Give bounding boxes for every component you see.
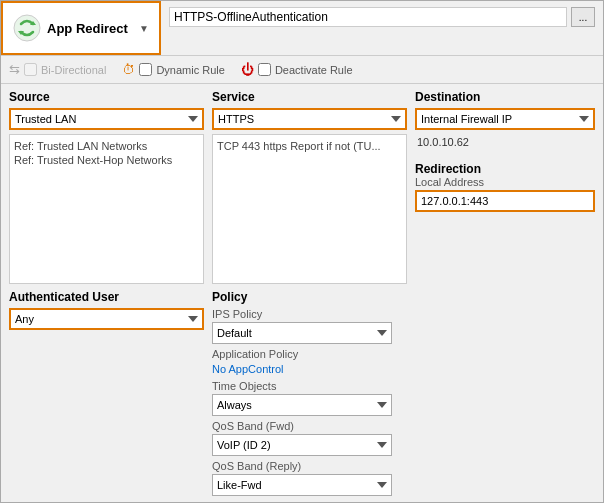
- dynamic-rule-label: Dynamic Rule: [156, 64, 224, 76]
- app-redirect-dropdown-arrow: ▼: [139, 23, 149, 34]
- ips-policy-select[interactable]: Default: [212, 322, 392, 344]
- source-list: Ref: Trusted LAN Networks Ref: Trusted N…: [9, 134, 204, 284]
- auth-user-label: Authenticated User: [9, 290, 204, 304]
- bi-directional-label: Bi-Directional: [41, 64, 106, 76]
- content-area: Source Trusted LAN Ref: Trusted LAN Netw…: [1, 84, 603, 502]
- bi-directional-checkbox[interactable]: [24, 63, 37, 76]
- top-row: Source Trusted LAN Ref: Trusted LAN Netw…: [9, 90, 595, 284]
- deactivate-rule-label: Deactivate Rule: [275, 64, 353, 76]
- top-bar: App Redirect ▼ ...: [1, 1, 603, 56]
- auth-panel: Authenticated User Any: [9, 290, 204, 496]
- app-redirect-label: App Redirect: [47, 21, 128, 36]
- dynamic-rule-checkbox[interactable]: [139, 63, 152, 76]
- service-label: Service: [212, 90, 407, 104]
- qos-reply-label: QoS Band (Reply): [212, 460, 595, 472]
- source-panel: Source Trusted LAN Ref: Trusted LAN Netw…: [9, 90, 204, 284]
- qos-fwd-label: QoS Band (Fwd): [212, 420, 595, 432]
- policy-panel: Policy IPS Policy Default Application Po…: [212, 290, 595, 496]
- service-item-1: TCP 443 https Report if not (TU...: [217, 139, 402, 153]
- time-objects-row: Time Objects Always: [212, 380, 595, 416]
- bi-directional-item: ⇆ Bi-Directional: [9, 62, 106, 77]
- destination-panel: Destination Internal Firewall IP 10.0.10…: [415, 90, 595, 284]
- qos-reply-select[interactable]: Like-Fwd: [212, 474, 392, 496]
- local-addr-label: Local Address: [415, 176, 595, 188]
- main-container: App Redirect ▼ ... ⇆ Bi-Directional ⏱ Dy…: [0, 0, 604, 503]
- service-panel: Service HTTPS TCP 443 https Report if no…: [212, 90, 407, 284]
- destination-ip: 10.0.10.62: [415, 134, 595, 154]
- destination-label: Destination: [415, 90, 595, 104]
- source-item-1: Ref: Trusted LAN Networks: [14, 139, 199, 153]
- qos-fwd-select[interactable]: VoIP (ID 2): [212, 434, 392, 456]
- source-label: Source: [9, 90, 204, 104]
- app-policy-value: No AppControl: [212, 362, 595, 376]
- bottom-row: Authenticated User Any Policy IPS Policy…: [9, 290, 595, 496]
- app-policy-label: Application Policy: [212, 348, 595, 360]
- ips-policy-label: IPS Policy: [212, 308, 595, 320]
- deactivate-rule-icon: ⏻: [241, 62, 254, 77]
- title-field[interactable]: [169, 7, 567, 27]
- app-policy-row: Application Policy No AppControl: [212, 348, 595, 376]
- redirection-label: Redirection: [415, 162, 595, 176]
- title-area: ...: [161, 1, 603, 55]
- app-redirect-icon: [13, 14, 41, 42]
- bi-directional-icon: ⇆: [9, 62, 20, 77]
- redirection-section: Redirection Local Address: [415, 162, 595, 212]
- service-select[interactable]: HTTPS: [212, 108, 407, 130]
- time-objects-label: Time Objects: [212, 380, 595, 392]
- policy-label: Policy: [212, 290, 595, 304]
- auth-user-select[interactable]: Any: [9, 308, 204, 330]
- ips-policy-row: IPS Policy Default: [212, 308, 595, 344]
- qos-fwd-row: QoS Band (Fwd) VoIP (ID 2): [212, 420, 595, 456]
- time-objects-select[interactable]: Always: [212, 394, 392, 416]
- svg-point-0: [14, 15, 40, 41]
- source-item-2: Ref: Trusted Next-Hop Networks: [14, 153, 199, 167]
- deactivate-rule-checkbox[interactable]: [258, 63, 271, 76]
- toolbar-row: ⇆ Bi-Directional ⏱ Dynamic Rule ⏻ Deacti…: [1, 56, 603, 84]
- dynamic-rule-icon: ⏱: [122, 62, 135, 77]
- dots-button[interactable]: ...: [571, 7, 595, 27]
- dynamic-rule-item: ⏱ Dynamic Rule: [122, 62, 224, 77]
- qos-reply-row: QoS Band (Reply) Like-Fwd: [212, 460, 595, 496]
- destination-select[interactable]: Internal Firewall IP: [415, 108, 595, 130]
- app-redirect-button[interactable]: App Redirect ▼: [1, 1, 161, 55]
- deactivate-rule-item: ⏻ Deactivate Rule: [241, 62, 353, 77]
- local-addr-field[interactable]: [415, 190, 595, 212]
- source-select[interactable]: Trusted LAN: [9, 108, 204, 130]
- service-list: TCP 443 https Report if not (TU...: [212, 134, 407, 284]
